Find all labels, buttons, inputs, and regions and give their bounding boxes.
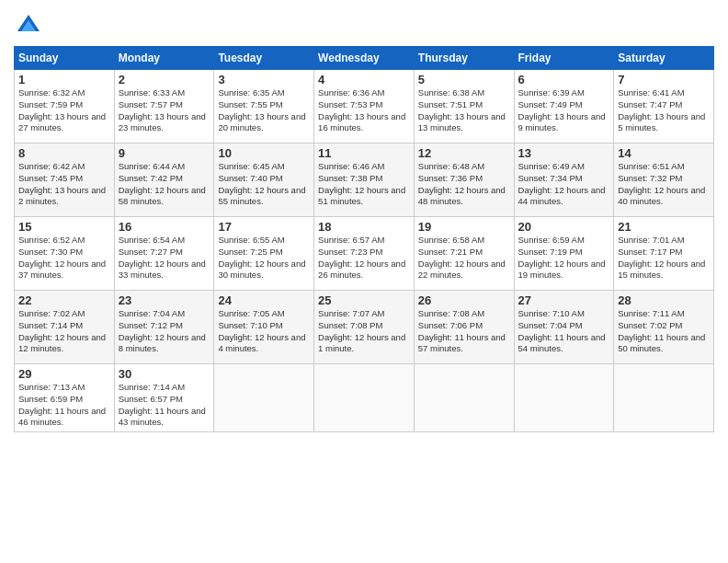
sunrise-label: Sunrise: 7:07 AM: [318, 308, 384, 318]
daylight-label: Daylight: 12 hours and 33 minutes.: [119, 259, 206, 281]
col-header-tuesday: Tuesday: [214, 47, 314, 70]
cell-info: Sunrise: 6:36 AM Sunset: 7:53 PM Dayligh…: [318, 87, 410, 134]
col-header-thursday: Thursday: [414, 47, 514, 70]
sunset-label: Sunset: 7:57 PM: [119, 99, 183, 109]
day-number: 1: [18, 73, 110, 86]
sunrise-label: Sunrise: 7:14 AM: [119, 382, 185, 392]
daylight-label: Daylight: 12 hours and 55 minutes.: [218, 185, 305, 207]
sunset-label: Sunset: 6:59 PM: [18, 394, 83, 404]
cell-info: Sunrise: 6:32 AM Sunset: 7:59 PM Dayligh…: [18, 87, 110, 134]
daylight-label: Daylight: 12 hours and 51 minutes.: [318, 185, 405, 207]
day-number: 8: [18, 146, 110, 160]
week-row-1: 1 Sunrise: 6:32 AM Sunset: 7:59 PM Dayli…: [15, 70, 714, 144]
calendar-cell: [314, 364, 415, 432]
calendar-cell: 23 Sunrise: 7:04 AM Sunset: 7:12 PM Dayl…: [114, 291, 214, 364]
col-header-sunday: Sunday: [15, 47, 115, 70]
calendar-cell: 20 Sunrise: 6:59 AM Sunset: 7:19 PM Dayl…: [514, 217, 614, 291]
sunrise-label: Sunrise: 6:55 AM: [218, 235, 284, 245]
day-number: 24: [218, 293, 310, 307]
calendar-cell: [614, 364, 714, 432]
sunset-label: Sunset: 7:14 PM: [18, 320, 83, 330]
cell-info: Sunrise: 6:52 AM Sunset: 7:30 PM Dayligh…: [18, 235, 110, 282]
sunset-label: Sunset: 7:47 PM: [618, 99, 682, 109]
sunrise-label: Sunrise: 6:35 AM: [218, 87, 284, 98]
daylight-label: Daylight: 13 hours and 20 minutes.: [218, 111, 305, 133]
week-row-3: 15 Sunrise: 6:52 AM Sunset: 7:30 PM Dayl…: [15, 217, 714, 291]
cell-info: Sunrise: 6:54 AM Sunset: 7:27 PM Dayligh…: [119, 235, 210, 282]
calendar-cell: 7 Sunrise: 6:41 AM Sunset: 7:47 PM Dayli…: [614, 70, 714, 144]
calendar-cell: 10 Sunrise: 6:45 AM Sunset: 7:40 PM Dayl…: [214, 144, 314, 217]
sunrise-label: Sunrise: 7:10 AM: [518, 308, 585, 318]
calendar-cell: 26 Sunrise: 7:08 AM Sunset: 7:06 PM Dayl…: [414, 291, 514, 364]
page-header: [14, 9, 714, 39]
sunset-label: Sunset: 7:08 PM: [318, 320, 382, 330]
cell-info: Sunrise: 7:13 AM Sunset: 6:59 PM Dayligh…: [18, 382, 110, 429]
daylight-label: Daylight: 12 hours and 37 minutes.: [18, 259, 106, 281]
sunrise-label: Sunrise: 6:48 AM: [418, 161, 484, 171]
sunset-label: Sunset: 7:19 PM: [518, 247, 583, 257]
day-number: 23: [119, 293, 210, 307]
sunrise-label: Sunrise: 6:59 AM: [518, 235, 585, 245]
cell-info: Sunrise: 7:01 AM Sunset: 7:17 PM Dayligh…: [618, 235, 710, 282]
week-row-2: 8 Sunrise: 6:42 AM Sunset: 7:45 PM Dayli…: [15, 144, 714, 217]
sunset-label: Sunset: 7:10 PM: [218, 320, 282, 330]
daylight-label: Daylight: 11 hours and 57 minutes.: [418, 332, 506, 354]
calendar-cell: 9 Sunrise: 6:44 AM Sunset: 7:42 PM Dayli…: [114, 144, 214, 217]
day-number: 26: [418, 293, 510, 307]
cell-info: Sunrise: 6:41 AM Sunset: 7:47 PM Dayligh…: [618, 87, 710, 134]
day-number: 16: [119, 220, 210, 234]
daylight-label: Daylight: 11 hours and 54 minutes.: [518, 332, 606, 354]
cell-info: Sunrise: 7:04 AM Sunset: 7:12 PM Dayligh…: [119, 308, 210, 355]
sunrise-label: Sunrise: 7:13 AM: [18, 382, 85, 392]
sunset-label: Sunset: 7:27 PM: [119, 247, 183, 257]
day-number: 12: [418, 146, 510, 160]
daylight-label: Daylight: 12 hours and 19 minutes.: [518, 259, 606, 281]
daylight-label: Daylight: 13 hours and 9 minutes.: [518, 111, 606, 133]
calendar-table: SundayMondayTuesdayWednesdayThursdayFrid…: [14, 46, 714, 432]
daylight-label: Daylight: 13 hours and 23 minutes.: [119, 111, 206, 133]
calendar-cell: 6 Sunrise: 6:39 AM Sunset: 7:49 PM Dayli…: [514, 70, 614, 144]
calendar-cell: 13 Sunrise: 6:49 AM Sunset: 7:34 PM Dayl…: [514, 144, 614, 217]
daylight-label: Daylight: 13 hours and 13 minutes.: [418, 111, 506, 133]
calendar-cell: 27 Sunrise: 7:10 AM Sunset: 7:04 PM Dayl…: [514, 291, 614, 364]
sunrise-label: Sunrise: 6:54 AM: [119, 235, 185, 245]
sunset-label: Sunset: 7:59 PM: [18, 99, 83, 109]
sunrise-label: Sunrise: 6:33 AM: [119, 87, 185, 98]
calendar-cell: 19 Sunrise: 6:58 AM Sunset: 7:21 PM Dayl…: [414, 217, 514, 291]
day-number: 22: [18, 293, 110, 307]
cell-info: Sunrise: 6:42 AM Sunset: 7:45 PM Dayligh…: [18, 161, 110, 208]
cell-info: Sunrise: 6:55 AM Sunset: 7:25 PM Dayligh…: [218, 235, 310, 282]
calendar-cell: 3 Sunrise: 6:35 AM Sunset: 7:55 PM Dayli…: [214, 70, 314, 144]
calendar-cell: 2 Sunrise: 6:33 AM Sunset: 7:57 PM Dayli…: [114, 70, 214, 144]
sunset-label: Sunset: 7:45 PM: [18, 173, 83, 183]
daylight-label: Daylight: 13 hours and 2 minutes.: [18, 185, 106, 207]
sunset-label: Sunset: 7:25 PM: [218, 247, 282, 257]
cell-info: Sunrise: 7:08 AM Sunset: 7:06 PM Dayligh…: [418, 308, 510, 355]
sunrise-label: Sunrise: 6:57 AM: [318, 235, 384, 245]
cell-info: Sunrise: 7:14 AM Sunset: 6:57 PM Dayligh…: [119, 382, 210, 429]
sunset-label: Sunset: 7:34 PM: [518, 173, 583, 183]
calendar-cell: 21 Sunrise: 7:01 AM Sunset: 7:17 PM Dayl…: [614, 217, 714, 291]
week-row-4: 22 Sunrise: 7:02 AM Sunset: 7:14 PM Dayl…: [15, 291, 714, 364]
daylight-label: Daylight: 12 hours and 30 minutes.: [218, 259, 305, 281]
sunset-label: Sunset: 7:21 PM: [418, 247, 483, 257]
cell-info: Sunrise: 7:07 AM Sunset: 7:08 PM Dayligh…: [318, 308, 410, 355]
sunset-label: Sunset: 7:38 PM: [318, 173, 382, 183]
calendar-cell: 5 Sunrise: 6:38 AM Sunset: 7:51 PM Dayli…: [414, 70, 514, 144]
sunset-label: Sunset: 7:17 PM: [618, 247, 682, 257]
calendar-cell: [514, 364, 614, 432]
cell-info: Sunrise: 6:45 AM Sunset: 7:40 PM Dayligh…: [218, 161, 310, 208]
logo: [14, 13, 41, 39]
cell-info: Sunrise: 6:39 AM Sunset: 7:49 PM Dayligh…: [518, 87, 610, 134]
daylight-label: Daylight: 12 hours and 12 minutes.: [18, 332, 106, 354]
sunset-label: Sunset: 7:36 PM: [418, 173, 483, 183]
daylight-label: Daylight: 12 hours and 40 minutes.: [618, 185, 705, 207]
cell-info: Sunrise: 7:05 AM Sunset: 7:10 PM Dayligh…: [218, 308, 310, 355]
day-number: 6: [518, 73, 610, 86]
week-row-5: 29 Sunrise: 7:13 AM Sunset: 6:59 PM Dayl…: [15, 364, 714, 432]
sunrise-label: Sunrise: 7:11 AM: [618, 308, 684, 318]
sunset-label: Sunset: 7:51 PM: [418, 99, 483, 109]
day-number: 10: [218, 146, 310, 160]
sunrise-label: Sunrise: 6:44 AM: [119, 161, 185, 171]
sunrise-label: Sunrise: 7:04 AM: [119, 308, 185, 318]
